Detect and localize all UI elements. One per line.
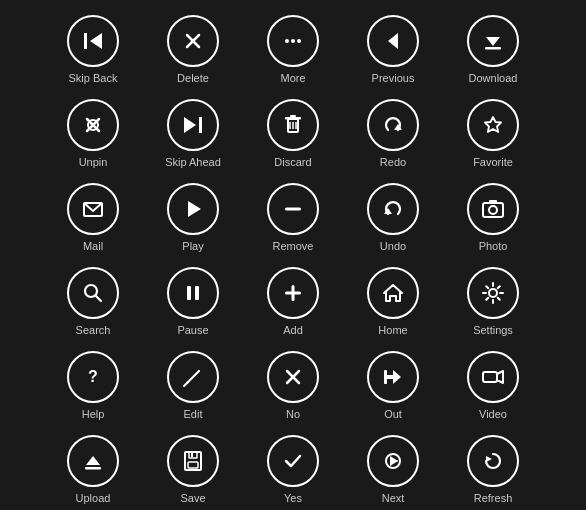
delete-icon [167, 15, 219, 67]
home-icon [367, 267, 419, 319]
svg-marker-7 [388, 33, 398, 49]
undo-item[interactable]: Undo [343, 178, 443, 258]
remove-icon [267, 183, 319, 235]
skip-back-item[interactable]: Skip Back [43, 10, 143, 90]
svg-line-39 [187, 371, 199, 383]
favorite-item[interactable]: Favorite [443, 94, 543, 174]
svg-marker-47 [497, 371, 503, 383]
previous-item[interactable]: Previous [343, 10, 443, 90]
video-label: Video [479, 408, 507, 421]
out-icon [367, 351, 419, 403]
out-label: Out [384, 408, 402, 421]
svg-rect-46 [483, 372, 497, 382]
photo-icon [467, 183, 519, 235]
yes-icon [267, 435, 319, 487]
mail-item[interactable]: Mail [43, 178, 143, 258]
undo-label: Undo [380, 240, 406, 253]
download-icon [467, 15, 519, 67]
svg-rect-0 [84, 33, 87, 49]
skip-back-icon [67, 15, 119, 67]
remove-item[interactable]: Remove [243, 178, 343, 258]
svg-marker-1 [90, 33, 102, 49]
download-label: Download [469, 72, 518, 85]
play-item[interactable]: Play [143, 178, 243, 258]
yes-label: Yes [284, 492, 302, 505]
discard-label: Discard [274, 156, 311, 169]
svg-point-5 [291, 39, 295, 43]
out-item[interactable]: Out [343, 346, 443, 426]
upload-label: Upload [76, 492, 111, 505]
svg-marker-48 [86, 456, 100, 465]
delete-item[interactable]: Delete [143, 10, 243, 90]
svg-line-31 [96, 295, 102, 301]
next-label: Next [382, 492, 405, 505]
photo-item[interactable]: Photo [443, 178, 543, 258]
pause-item[interactable]: Pause [143, 262, 243, 342]
undo-icon [367, 183, 419, 235]
unpin-item[interactable]: Unpin [43, 94, 143, 174]
add-item[interactable]: Add [243, 262, 343, 342]
skip-ahead-item[interactable]: Skip Ahead [143, 94, 243, 174]
more-icon [267, 15, 319, 67]
svg-point-4 [285, 39, 289, 43]
svg-rect-16 [285, 117, 301, 120]
upload-icon [67, 435, 119, 487]
save-icon [167, 435, 219, 487]
next-icon [367, 435, 419, 487]
svg-rect-35 [285, 291, 301, 294]
svg-text:?: ? [88, 368, 98, 385]
previous-icon [367, 15, 419, 67]
save-label: Save [180, 492, 205, 505]
home-label: Home [378, 324, 407, 337]
search-item[interactable]: Search [43, 262, 143, 342]
mail-label: Mail [83, 240, 103, 253]
no-item[interactable]: No [243, 346, 343, 426]
no-label: No [286, 408, 300, 421]
video-item[interactable]: Video [443, 346, 543, 426]
svg-rect-29 [489, 200, 497, 203]
download-item[interactable]: Download [443, 10, 543, 90]
favorite-label: Favorite [473, 156, 513, 169]
more-item[interactable]: More [243, 10, 343, 90]
edit-item[interactable]: Edit [143, 346, 243, 426]
svg-marker-14 [184, 117, 196, 133]
svg-rect-25 [285, 207, 301, 210]
svg-marker-57 [486, 456, 492, 462]
svg-rect-17 [290, 115, 296, 117]
svg-marker-8 [486, 37, 500, 46]
icon-grid: Skip Back Delete More Previous [33, 0, 553, 510]
delete-label: Delete [177, 72, 209, 85]
pause-icon [167, 267, 219, 319]
svg-rect-33 [195, 286, 199, 300]
favorite-icon [467, 99, 519, 151]
settings-item[interactable]: Settings [443, 262, 543, 342]
skip-back-label: Skip Back [69, 72, 118, 85]
help-icon: ? [67, 351, 119, 403]
help-item[interactable]: ? Help [43, 346, 143, 426]
upload-item[interactable]: Upload [43, 430, 143, 510]
search-label: Search [76, 324, 111, 337]
svg-rect-9 [485, 47, 501, 50]
redo-item[interactable]: Redo [343, 94, 443, 174]
help-label: Help [82, 408, 105, 421]
add-label: Add [283, 324, 303, 337]
home-item[interactable]: Home [343, 262, 443, 342]
svg-rect-49 [85, 467, 101, 470]
more-label: More [280, 72, 305, 85]
svg-point-6 [297, 39, 301, 43]
next-item[interactable]: Next [343, 430, 443, 510]
previous-label: Previous [372, 72, 415, 85]
pause-label: Pause [177, 324, 208, 337]
redo-label: Redo [380, 156, 406, 169]
save-item[interactable]: Save [143, 430, 243, 510]
unpin-label: Unpin [79, 156, 108, 169]
refresh-item[interactable]: Refresh [443, 430, 543, 510]
settings-icon [467, 267, 519, 319]
remove-label: Remove [273, 240, 314, 253]
discard-icon [267, 99, 319, 151]
svg-rect-52 [188, 462, 198, 468]
discard-item[interactable]: Discard [243, 94, 343, 174]
play-icon [167, 183, 219, 235]
yes-item[interactable]: Yes [243, 430, 343, 510]
add-icon [267, 267, 319, 319]
